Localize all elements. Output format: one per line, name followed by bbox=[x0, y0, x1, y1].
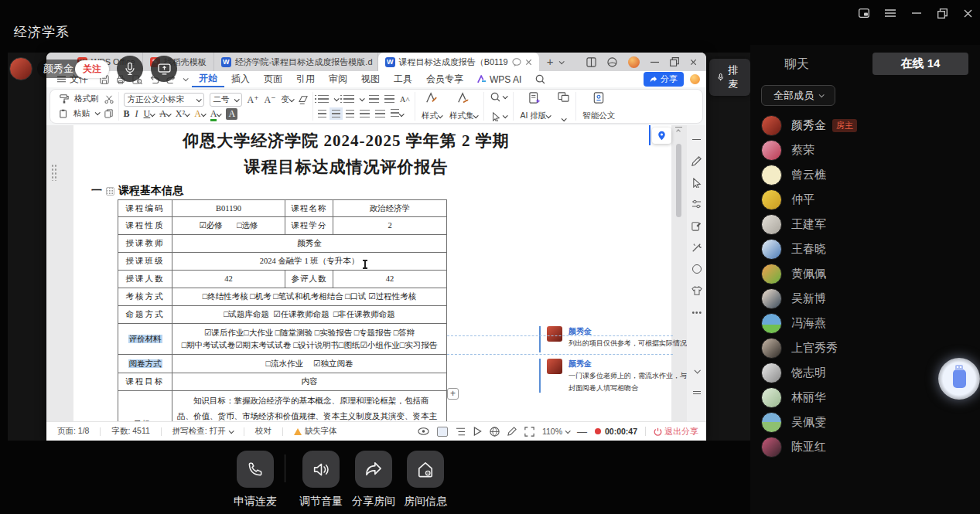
follow-button[interactable]: 关注 bbox=[75, 60, 109, 78]
history-chevron-icon[interactable] bbox=[183, 76, 189, 81]
layout-split-icon[interactable] bbox=[586, 57, 596, 67]
wps-minimize-icon[interactable] bbox=[650, 58, 659, 66]
font-color-button[interactable]: A bbox=[210, 108, 221, 120]
drag-handle-icon[interactable] bbox=[106, 187, 114, 196]
text-effects-button[interactable]: 变 bbox=[282, 94, 294, 105]
new-tab-icon[interactable]: + bbox=[547, 58, 554, 66]
word-count[interactable]: 字数: 4511 bbox=[111, 426, 149, 437]
search-icon[interactable] bbox=[528, 74, 552, 84]
ink-pen-icon[interactable] bbox=[507, 427, 517, 436]
more-icon[interactable] bbox=[687, 301, 706, 323]
tab-chat[interactable]: 聊天 bbox=[750, 56, 843, 73]
exit-share-button[interactable]: 退出分享 bbox=[654, 426, 698, 437]
align-right-button[interactable] bbox=[346, 110, 354, 117]
wps-tab-template-doc[interactable]: W 经济学院-课程目标达成度报告模版.d bbox=[214, 53, 378, 71]
menu-tab-page[interactable]: 页面 bbox=[257, 73, 289, 86]
menu-tab-view[interactable]: 视图 bbox=[354, 73, 387, 86]
zoom-out-button[interactable]: — bbox=[577, 426, 587, 437]
minimize-icon[interactable] bbox=[910, 6, 924, 20]
member-filter-dropdown[interactable]: 全部成员 bbox=[761, 85, 835, 106]
superscript-button[interactable]: X² bbox=[176, 108, 189, 120]
member-row[interactable]: 冯海燕 bbox=[761, 312, 970, 334]
char-shading-button[interactable]: A bbox=[226, 108, 237, 120]
location-pin-button[interactable] bbox=[652, 128, 671, 144]
cut-icon[interactable] bbox=[104, 95, 114, 104]
member-row[interactable]: 吴新博 bbox=[761, 288, 970, 309]
pen-annotate-icon[interactable] bbox=[687, 150, 706, 172]
align-center-button[interactable] bbox=[332, 110, 340, 117]
room-info-button[interactable]: 房间信息 bbox=[402, 451, 449, 509]
usb-float-widget[interactable] bbox=[938, 358, 980, 400]
find-replace-button[interactable] bbox=[490, 92, 507, 121]
bold-button[interactable]: B bbox=[124, 108, 130, 120]
member-row[interactable]: 王建军 bbox=[761, 213, 970, 235]
fullscreen-icon[interactable] bbox=[524, 427, 534, 437]
theme-skin-icon[interactable] bbox=[687, 280, 706, 301]
comment-nav-end-icon[interactable] bbox=[687, 382, 706, 403]
font-size-select[interactable]: 二号 bbox=[210, 93, 242, 107]
italic-button[interactable]: I bbox=[135, 108, 138, 120]
line-spacing-button[interactable] bbox=[391, 109, 403, 118]
menu-tab-insert[interactable]: 插入 bbox=[224, 73, 257, 86]
tab-online-members[interactable]: 在线 14 bbox=[872, 53, 968, 75]
select-cursor-icon[interactable] bbox=[491, 112, 500, 121]
menu-tab-wps-ai[interactable]: WPS AI bbox=[470, 74, 528, 85]
text-tool-button[interactable] bbox=[558, 92, 569, 121]
play-mode-icon[interactable] bbox=[473, 427, 482, 436]
wps-restore-icon[interactable] bbox=[670, 57, 679, 66]
member-row[interactable]: 林丽华 bbox=[761, 386, 970, 408]
course-info-table[interactable]: 课程编码B01190 课程名称政治经济学 课程性质☑必修 □选修 课程学分2 授… bbox=[118, 199, 447, 421]
distribute-button[interactable] bbox=[375, 110, 385, 117]
clear-format-icon[interactable] bbox=[299, 96, 308, 104]
skin-icon[interactable] bbox=[607, 57, 617, 67]
share-room-button[interactable]: 分享房间 bbox=[350, 451, 397, 509]
menu-tab-reference[interactable]: 引用 bbox=[289, 73, 322, 86]
missing-font-warning[interactable]: 缺失字体 bbox=[294, 426, 337, 437]
account-avatar[interactable] bbox=[628, 56, 640, 68]
paste-button[interactable]: 粘贴 bbox=[60, 108, 114, 119]
comment-nav-down-icon[interactable] bbox=[687, 360, 706, 382]
char-scale-button[interactable]: A˄ bbox=[400, 95, 410, 104]
tab-list-chevron-icon[interactable] bbox=[559, 59, 565, 64]
strike-button[interactable]: A bbox=[159, 108, 170, 120]
style-set-button[interactable]: 样式集 bbox=[449, 92, 478, 121]
volume-button[interactable]: 调节音量 bbox=[298, 451, 344, 509]
collapse-icon[interactable] bbox=[687, 128, 706, 150]
member-row[interactable]: 颜秀金 房主 bbox=[761, 114, 970, 136]
share-screen-button[interactable] bbox=[151, 56, 177, 82]
ai-layout-button[interactable]: AI 排版 bbox=[520, 92, 550, 121]
document-scrollbar[interactable] bbox=[676, 144, 681, 217]
member-row[interactable]: 陈亚红 bbox=[761, 436, 970, 458]
cursor-select-icon[interactable] bbox=[687, 172, 706, 193]
underline-button[interactable]: U bbox=[144, 108, 155, 120]
scroll-top-markers[interactable] bbox=[674, 127, 683, 134]
shrink-font-button[interactable]: A⁻ bbox=[265, 94, 276, 106]
spellcheck-status[interactable]: 拼写检查: 打开 bbox=[172, 426, 233, 437]
member-row[interactable]: 上官秀秀 bbox=[761, 337, 970, 359]
styles-button[interactable]: 样式 bbox=[422, 92, 442, 121]
highlight-color-button[interactable]: A bbox=[194, 108, 205, 120]
smart-doc-button[interactable]: 智能公文 bbox=[582, 92, 615, 121]
bullet-list-button[interactable] bbox=[318, 95, 329, 103]
help-icon[interactable] bbox=[687, 258, 706, 280]
page-indicator[interactable]: 页面: 1/8 bbox=[57, 426, 89, 437]
menu-tab-home[interactable]: 开始 bbox=[192, 71, 224, 87]
request-mic-button[interactable]: 申请连麦 bbox=[232, 451, 278, 509]
proofread-button[interactable]: 校对 bbox=[255, 426, 271, 437]
grow-font-button[interactable]: A⁺ bbox=[248, 94, 259, 106]
wps-tab-active-doc[interactable]: W 课程目标达成度报告（B0119 bbox=[378, 53, 539, 71]
member-row[interactable]: 吴佩雯 bbox=[761, 411, 970, 433]
wps-close-icon[interactable] bbox=[690, 59, 697, 66]
member-row[interactable]: 蔡荣 bbox=[761, 139, 970, 161]
outline-mode-icon[interactable] bbox=[456, 427, 466, 436]
format-painter-button[interactable]: 格式刷 bbox=[60, 94, 114, 104]
numbered-list-button[interactable] bbox=[343, 95, 354, 103]
mini-window-icon[interactable] bbox=[857, 6, 871, 20]
member-row[interactable]: 王春晓 bbox=[761, 238, 970, 260]
notebook-pen-icon[interactable] bbox=[687, 215, 706, 237]
paragraph-grip-icon[interactable] bbox=[51, 164, 57, 181]
magic-tools-icon[interactable] bbox=[687, 237, 706, 258]
font-name-select[interactable]: 方正公文小标宋 bbox=[124, 93, 204, 107]
menu-tab-review[interactable]: 审阅 bbox=[322, 73, 354, 86]
menu-icon[interactable] bbox=[883, 6, 897, 20]
